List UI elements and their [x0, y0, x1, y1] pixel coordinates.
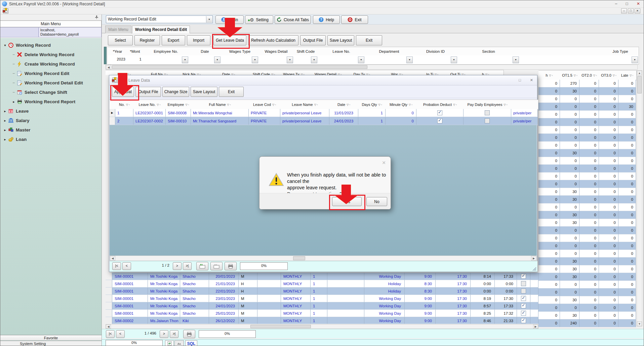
chevron-down-icon[interactable]: ▼	[206, 16, 212, 23]
confirm-close-icon[interactable]: ✕	[382, 160, 386, 165]
chevron-down-icon[interactable]: ▼	[182, 56, 188, 63]
column-header-leave-cod[interactable]: Leave Cod▽▫	[249, 100, 281, 110]
column-header-department[interactable]: Department	[365, 47, 414, 56]
pin-icon[interactable]: ▫	[411, 103, 413, 106]
refresh-auto-calculation-button[interactable]: Refresh Auto Calculation	[248, 35, 298, 45]
last-page-button[interactable]: >|	[170, 330, 178, 338]
filter-funnel-icon[interactable]: ▽	[227, 103, 230, 106]
expander-icon[interactable]: ▸	[3, 109, 7, 113]
chevron-down-icon[interactable]: ▼	[214, 56, 220, 63]
expander-icon[interactable]: ▸	[12, 100, 16, 104]
minimize-button[interactable]: –	[611, 1, 621, 7]
column-header-wagesdetail[interactable]: Wages Detail	[258, 47, 294, 56]
prev-page-button[interactable]: <	[116, 330, 125, 338]
next-page-button[interactable]: >	[160, 330, 168, 338]
next-page-button[interactable]: >	[173, 262, 182, 270]
scroll-left-icon[interactable]: ◀	[106, 324, 111, 329]
dialog-table-row[interactable]: 2LE202307-0002SIM-00010Mr.Thanachat Sang…	[109, 117, 538, 125]
pin-icon[interactable]: ▫	[317, 103, 318, 106]
exit-button[interactable]: Exit	[341, 15, 368, 24]
filter-funnel-icon[interactable]: ▽	[453, 103, 455, 106]
import-button[interactable]: Import	[187, 35, 210, 45]
layout-icon[interactable]	[174, 340, 184, 346]
chevron-down-icon[interactable]: ▼	[513, 56, 519, 63]
column-header-mont[interactable]: *Mont	[127, 47, 144, 56]
column-header-no-[interactable]: No.▽▫	[115, 100, 134, 110]
filter-funnel-icon[interactable]: ▽	[272, 103, 275, 106]
filter-funnel-icon[interactable]: ▽	[347, 103, 349, 106]
filter-cell[interactable]: ▼	[413, 55, 458, 65]
column-header-late[interactable]: Late▽▫	[618, 70, 637, 80]
filter-cell[interactable]: 2023	[108, 55, 127, 65]
tab-main-menu[interactable]: Main Menu	[105, 26, 131, 33]
column-header-section[interactable]: Section	[457, 47, 520, 56]
dialog-save-layout-button[interactable]: Save Layout	[191, 87, 217, 97]
column-header-full-name[interactable]: Full Name▽▫	[191, 100, 249, 110]
filter-cell[interactable]: ▼	[365, 55, 414, 65]
system-setting-bar[interactable]: System Setting	[0, 341, 102, 346]
dialog-close-button[interactable]: ✕	[530, 78, 533, 82]
pin-icon[interactable]	[94, 15, 99, 20]
column-header-shiftcode[interactable]: Shift Code	[293, 47, 318, 56]
column-header-divisionid[interactable]: Division ID	[413, 47, 458, 56]
pay_daily-checkbox[interactable]	[485, 118, 490, 123]
column-header-employeeno[interactable]: Employee No.	[143, 47, 189, 56]
first-page-button[interactable]: |<	[106, 330, 115, 338]
filter-funnel-icon[interactable]: ▽	[593, 74, 596, 77]
table-row[interactable]: SIM-00001Mr.Toshiki KogaShacho20/01/2023…	[106, 273, 538, 280]
tab-working-record-detail-edit[interactable]: Working Record Detail Edit	[132, 26, 190, 33]
filter-funnel-icon[interactable]: ▽	[409, 103, 411, 106]
sidebar-item-create-working-record[interactable]: ┈Create Working Record	[12, 60, 75, 68]
select-button[interactable]: Select	[108, 35, 133, 45]
column-header-year[interactable]: *Year	[108, 47, 127, 56]
confirmed-checkbox[interactable]	[521, 318, 526, 323]
filter-cell[interactable]	[519, 55, 603, 65]
expander-icon[interactable]: ▸	[3, 119, 7, 122]
filter-funnel-icon[interactable]: ▽	[574, 74, 576, 77]
print-button[interactable]	[183, 330, 195, 338]
filter-funnel-icon[interactable]: ▽	[126, 103, 128, 106]
scroll-up-icon[interactable]: ▲	[637, 71, 642, 75]
exit-button[interactable]: Exit	[356, 35, 382, 45]
table-row[interactable]: SIM-00001Mr.Toshiki KogaShacho21/01/2023…	[106, 280, 538, 287]
confirmed-checkbox[interactable]	[521, 281, 526, 286]
scroll-right-icon[interactable]: ▶	[531, 256, 536, 261]
scroll-down-icon[interactable]: ▼	[637, 321, 642, 326]
confirmed-checkbox[interactable]	[521, 289, 526, 294]
filter-cell[interactable]: ▼	[457, 55, 520, 65]
print-button[interactable]	[225, 262, 237, 270]
maximize-button[interactable]: □	[622, 1, 632, 7]
pin-icon[interactable]: ▫	[456, 103, 457, 106]
add-row-button[interactable]	[196, 262, 208, 270]
probation-checkbox[interactable]	[437, 110, 442, 115]
setting-button[interactable]: ⚙Setting	[245, 15, 273, 24]
refresh-doc-icon[interactable]	[165, 340, 174, 346]
resize-grip-icon[interactable]	[532, 267, 536, 271]
dialog-exit-button[interactable]: Exit	[219, 87, 244, 97]
pin-icon[interactable]: ▫	[576, 74, 578, 77]
pin-icon[interactable]: ▫	[381, 103, 383, 106]
sidebar-item-delete-working-record[interactable]: ┈Delete Working Record	[12, 50, 74, 59]
scrollbar-thumb[interactable]	[293, 256, 305, 260]
last-page-button[interactable]: >|	[183, 262, 192, 270]
column-header-leave-no-[interactable]: Leave No.▽▫	[133, 100, 166, 110]
filter-funnel-icon[interactable]: ▽	[157, 103, 159, 106]
no-button[interactable]: No	[366, 197, 387, 206]
screen-selector-combobox[interactable]: Working Record Detail Edit ▼	[106, 15, 213, 23]
filter-cell[interactable]: ▼	[258, 55, 294, 65]
prev-page-button[interactable]: <	[122, 262, 131, 270]
grid-h-scrollbar[interactable]: ◀	[106, 65, 638, 70]
sidebar-item-working-record[interactable]: ▾Working Record	[3, 41, 51, 49]
register-button[interactable]: Register	[134, 35, 160, 45]
dialog-table-row[interactable]: ▶1LE202307-0001SIM-00008Mr.Weerada Wongc…	[109, 109, 538, 117]
scrollbar-thumb[interactable]	[637, 76, 642, 93]
pin-icon[interactable]: ▫	[188, 103, 190, 106]
filter-funnel-icon[interactable]: ▽	[630, 74, 632, 77]
table-row[interactable]: SIM-00001Mr.Toshiki KogaShacho22/01/2023…	[106, 287, 538, 295]
sidebar-item-working-record-report[interactable]: ▸Working Record Report	[12, 97, 75, 106]
chevron-down-icon[interactable]: ▼	[287, 56, 293, 63]
column-header-days-qty[interactable]: Days Qty▽▫	[358, 100, 386, 110]
filter-cell[interactable]: ▼	[602, 55, 639, 65]
chevron-down-icon[interactable]: ▼	[311, 56, 317, 63]
sidebar-item-salary[interactable]: ▸Salary	[3, 116, 30, 125]
